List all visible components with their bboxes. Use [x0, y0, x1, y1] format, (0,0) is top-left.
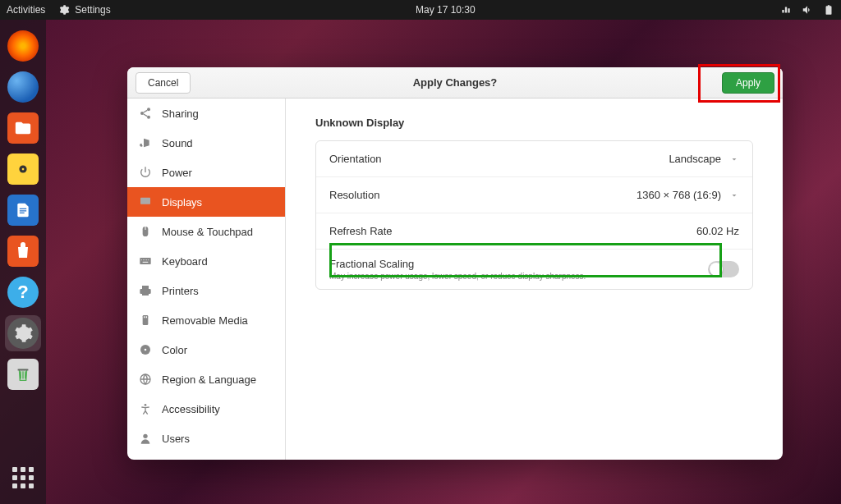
refresh-label: Refresh Rate: [329, 225, 696, 237]
window-title: Apply Changes?: [413, 76, 498, 89]
fractional-scaling-label: Fractional Scaling: [329, 258, 708, 270]
settings-sidebar: SharingSoundPowerDisplaysMouse & Touchpa…: [127, 99, 286, 460]
power-icon: [823, 4, 834, 16]
sidebar-item-removable-media[interactable]: Removable Media: [127, 305, 285, 335]
help-icon: ?: [7, 277, 39, 308]
dock: ?: [0, 20, 46, 504]
svg-point-16: [143, 434, 147, 438]
accessibility-icon: [139, 402, 152, 415]
dock-writer[interactable]: [5, 192, 41, 228]
titlebar: Cancel Apply Changes? Apply: [127, 67, 783, 99]
sidebar-item-color[interactable]: Color: [127, 335, 285, 364]
orientation-value: Landscape: [669, 153, 721, 165]
dock-files[interactable]: [5, 110, 41, 146]
dock-show-apps[interactable]: [5, 460, 41, 496]
gear-icon: [7, 318, 39, 349]
sidebar-item-sound[interactable]: Sound: [127, 128, 285, 158]
dock-software[interactable]: [5, 233, 41, 269]
sidebar-item-label: Accessibility: [162, 403, 220, 415]
sidebar-item-displays[interactable]: Displays: [127, 187, 285, 217]
thunderbird-icon: [7, 71, 39, 103]
svg-rect-7: [140, 258, 150, 264]
top-bar: Activities Settings May 17 10:30: [0, 0, 841, 20]
document-icon: [7, 195, 39, 226]
refresh-row: Refresh Rate 60.02 Hz: [316, 213, 752, 250]
sidebar-item-keyboard[interactable]: Keyboard: [127, 246, 285, 276]
dock-rhythmbox[interactable]: [5, 151, 41, 187]
svg-point-2: [147, 108, 150, 111]
sidebar-item-sharing[interactable]: Sharing: [127, 99, 285, 128]
dock-firefox[interactable]: [5, 28, 41, 64]
files-icon: [7, 112, 39, 144]
fractional-scaling-row: Fractional Scaling May increase power us…: [316, 250, 752, 289]
removable-icon: [139, 314, 152, 327]
sidebar-item-label: Keyboard: [162, 255, 208, 268]
system-tray[interactable]: [780, 4, 834, 16]
dock-help[interactable]: ?: [5, 274, 41, 310]
svg-point-13: [145, 349, 147, 351]
sidebar-item-accessibility[interactable]: Accessibility: [127, 394, 285, 424]
region-icon: [139, 373, 152, 386]
gear-icon: [58, 4, 70, 16]
svg-rect-5: [140, 198, 150, 204]
fractional-scaling-toggle[interactable]: [708, 261, 739, 277]
music-icon: [7, 153, 39, 185]
svg-point-4: [147, 116, 150, 119]
display-section-title: Unknown Display: [315, 117, 753, 129]
share-icon: [139, 107, 152, 120]
orientation-label: Orientation: [329, 153, 669, 165]
dock-trash[interactable]: [5, 356, 41, 392]
sidebar-item-label: Power: [162, 167, 192, 179]
network-icon: [780, 4, 792, 16]
firefox-icon: [7, 30, 39, 62]
display-panel: Orientation Landscape Resolution 1360 × …: [315, 140, 753, 290]
topbar-app-menu[interactable]: Settings: [58, 4, 110, 16]
activities-button[interactable]: Activities: [7, 4, 45, 16]
sidebar-item-mouse-touchpad[interactable]: Mouse & Touchpad: [127, 217, 285, 246]
svg-rect-11: [146, 316, 147, 318]
sidebar-item-users[interactable]: Users: [127, 424, 285, 453]
sidebar-item-label: Users: [162, 433, 190, 445]
sidebar-item-label: Color: [162, 344, 187, 356]
svg-rect-10: [144, 316, 145, 318]
resolution-value: 1360 × 768 (16:9): [636, 189, 721, 201]
apply-button[interactable]: Apply: [722, 72, 774, 94]
keyboard-icon: [139, 254, 152, 268]
users-icon: [139, 432, 152, 445]
sidebar-item-label: Mouse & Touchpad: [162, 226, 253, 238]
trash-icon: [7, 359, 39, 390]
settings-main: Unknown Display Orientation Landscape Re…: [286, 99, 783, 460]
clock[interactable]: May 17 10:30: [111, 4, 780, 16]
topbar-app-label: Settings: [75, 4, 110, 16]
shopping-bag-icon: [7, 236, 39, 267]
color-icon: [139, 343, 152, 356]
volume-icon: [802, 4, 813, 16]
power-icon: [139, 166, 152, 179]
sidebar-item-region-language[interactable]: Region & Language: [127, 364, 285, 394]
svg-point-3: [140, 112, 144, 115]
sidebar-item-label: Sound: [162, 137, 193, 149]
resolution-row[interactable]: Resolution 1360 × 768 (16:9): [316, 177, 752, 213]
dock-settings[interactable]: [5, 315, 41, 351]
settings-window: Cancel Apply Changes? Apply SharingSound…: [127, 67, 783, 460]
sidebar-item-label: Displays: [162, 196, 202, 208]
apps-grid-icon: [12, 467, 34, 488]
chevron-down-icon: [729, 190, 739, 200]
printer-icon: [139, 284, 152, 297]
sidebar-item-label: Printers: [162, 285, 199, 297]
orientation-row[interactable]: Orientation Landscape: [316, 141, 752, 177]
sound-icon: [139, 136, 152, 149]
sidebar-item-printers[interactable]: Printers: [127, 276, 285, 305]
chevron-down-icon: [729, 154, 739, 164]
refresh-value: 60.02 Hz: [696, 225, 739, 237]
mouse-icon: [139, 225, 152, 238]
svg-point-15: [145, 404, 147, 406]
sidebar-item-label: Region & Language: [162, 373, 256, 386]
svg-rect-9: [143, 315, 149, 325]
sidebar-item-power[interactable]: Power: [127, 158, 285, 187]
dock-thunderbird[interactable]: [5, 69, 41, 105]
cancel-button[interactable]: Cancel: [136, 72, 191, 94]
sidebar-item-label: Sharing: [162, 108, 199, 120]
svg-point-1: [22, 168, 25, 171]
fractional-scaling-sublabel: May increase power usage, lower speed, o…: [329, 272, 708, 281]
